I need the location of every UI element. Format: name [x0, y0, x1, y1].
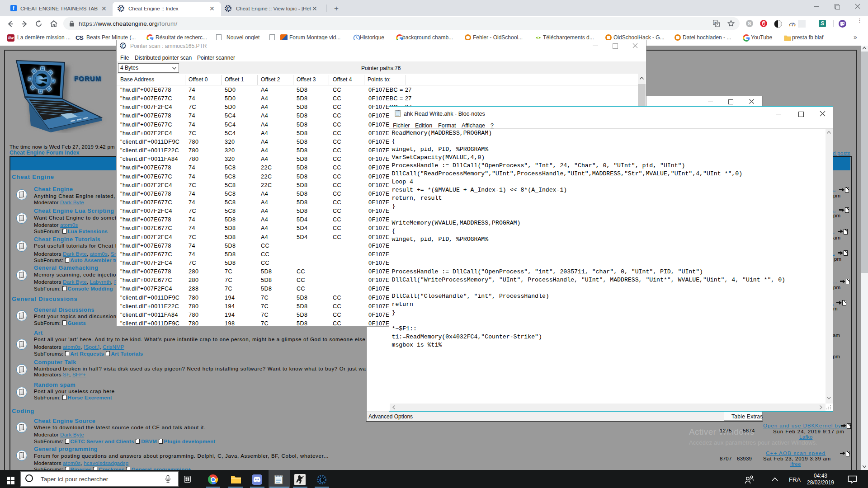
svg-text:Є: Є	[226, 6, 230, 11]
svg-text:Є: Є	[319, 476, 324, 484]
svg-text:Є: Є	[121, 43, 124, 48]
svg-text:Є: Є	[119, 6, 123, 11]
